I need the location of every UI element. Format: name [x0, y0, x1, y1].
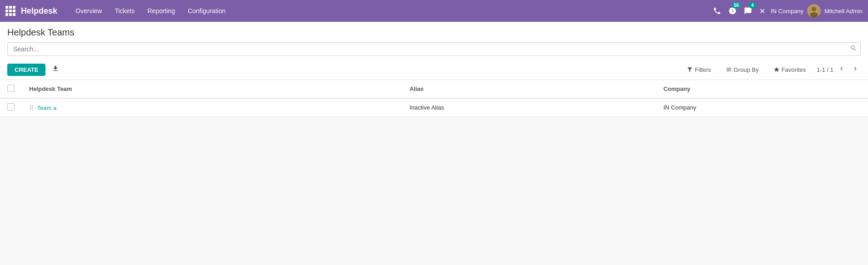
select-all-header — [0, 80, 22, 98]
search-input[interactable] — [7, 42, 861, 56]
select-all-checkbox[interactable] — [7, 85, 15, 92]
team-link[interactable]: Team a — [37, 105, 57, 111]
company-label: IN Company — [771, 8, 803, 15]
pagination-prev-button[interactable] — [836, 64, 847, 75]
row-checkbox-cell — [0, 98, 22, 117]
apps-menu-icon[interactable] — [5, 6, 15, 16]
sub-header: Helpdesk Teams CREATE Filters Group By F… — [0, 22, 868, 80]
chat-badge-btn[interactable]: 4 — [742, 5, 754, 17]
col-header-alias[interactable]: Alias — [402, 80, 656, 98]
timer-count: 56 — [732, 2, 741, 8]
nav-tickets[interactable]: Tickets — [109, 5, 140, 17]
svg-point-1 — [812, 7, 816, 11]
navbar-right: 56 4 ✕ IN Company Mitchell Admin — [711, 4, 863, 18]
empty-area — [0, 117, 868, 265]
create-button[interactable]: CREATE — [7, 64, 45, 76]
nav-overview[interactable]: Overview — [70, 5, 107, 17]
col-header-company[interactable]: Company — [656, 80, 868, 98]
toolbar-right: Filters Group By Favorites 1-1 / 1 — [683, 64, 861, 75]
table-row[interactable]: ⠿ Team a Inactive Alias IN Company — [0, 98, 868, 117]
avatar[interactable] — [807, 4, 821, 18]
table-container: Helpdesk Team Alias Company ⠿ Team a Ina… — [0, 80, 868, 117]
table-header-row: Helpdesk Team Alias Company — [0, 80, 868, 98]
row-alias: Inactive Alias — [402, 98, 656, 117]
timer-badge-btn[interactable]: 56 — [727, 5, 738, 17]
nav-reporting[interactable]: Reporting — [142, 5, 181, 17]
toolbar: CREATE Filters Group By Favorites 1-1 / … — [7, 60, 861, 80]
group-by-label: Group By — [734, 66, 759, 73]
user-name: Mitchell Admin — [824, 8, 863, 15]
filters-label: Filters — [695, 66, 711, 73]
row-team: ⠿ Team a — [22, 98, 402, 117]
app-brand[interactable]: Helpdesk — [21, 6, 57, 16]
svg-point-2 — [810, 12, 818, 18]
close-icon[interactable]: ✕ — [758, 5, 767, 17]
top-navbar: Helpdesk Overview Tickets Reporting Conf… — [0, 0, 868, 22]
favorites-button[interactable]: Favorites — [770, 65, 809, 75]
page-title: Helpdesk Teams — [7, 27, 861, 38]
main-nav: Overview Tickets Reporting Configuration — [70, 5, 707, 17]
filters-button[interactable]: Filters — [683, 65, 714, 75]
drag-handle-icon[interactable]: ⠿ — [29, 104, 34, 111]
download-button[interactable] — [49, 63, 62, 76]
favorites-label: Favorites — [782, 66, 806, 73]
row-checkbox[interactable] — [7, 103, 15, 110]
col-header-team[interactable]: Helpdesk Team — [22, 80, 402, 98]
phone-icon[interactable] — [711, 5, 723, 17]
helpdesk-teams-table: Helpdesk Team Alias Company ⠿ Team a Ina… — [0, 80, 868, 117]
pagination-next-button[interactable] — [850, 64, 861, 75]
pagination-text: 1-1 / 1 — [817, 66, 833, 73]
row-company: IN Company — [656, 98, 868, 117]
pagination: 1-1 / 1 — [817, 64, 861, 75]
chat-count: 4 — [748, 2, 757, 8]
search-bar — [7, 42, 861, 56]
search-button[interactable] — [850, 45, 857, 54]
group-by-button[interactable]: Group By — [722, 65, 763, 75]
nav-configuration[interactable]: Configuration — [182, 5, 231, 17]
